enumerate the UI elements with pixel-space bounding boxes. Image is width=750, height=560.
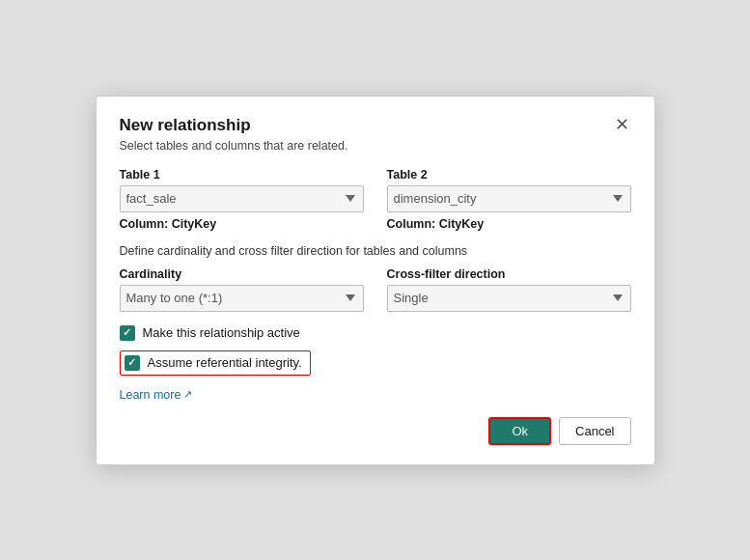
table2-col: Table 2 dimension_city Column: CityKey bbox=[387, 168, 631, 231]
ok-button[interactable]: Ok bbox=[488, 417, 551, 445]
table2-column-info: Column: CityKey bbox=[387, 217, 631, 231]
table1-column-info: Column: CityKey bbox=[120, 217, 364, 231]
table2-label: Table 2 bbox=[387, 168, 631, 182]
crossfilter-col: Cross-filter direction Single Both bbox=[387, 267, 631, 312]
table1-select[interactable]: fact_sale bbox=[120, 185, 364, 212]
crossfilter-select[interactable]: Single Both bbox=[387, 285, 631, 312]
referential-integrity-wrapper: ✓ Assume referential integrity. bbox=[120, 350, 631, 381]
external-link-icon: ↗︎ bbox=[183, 388, 192, 401]
cardinality-select[interactable]: Many to one (*:1) One to many (1:*) One … bbox=[120, 285, 364, 312]
learn-more-link[interactable]: Learn more ↗︎ bbox=[120, 388, 193, 402]
active-checkbox-label: Make this relationship active bbox=[143, 325, 300, 340]
table1-column-label: Column: bbox=[120, 217, 169, 231]
crossfilter-label: Cross-filter direction bbox=[387, 267, 631, 281]
footer-row: Ok Cancel bbox=[120, 417, 631, 445]
table2-column-label: Column: bbox=[387, 217, 436, 231]
close-button[interactable]: ✕ bbox=[613, 116, 631, 133]
referential-checkbox-label: Assume referential integrity. bbox=[148, 355, 302, 370]
dialog-title: New relationship bbox=[120, 116, 251, 135]
learn-more-text: Learn more bbox=[120, 388, 181, 402]
cardinality-label: Cardinality bbox=[120, 267, 364, 281]
table1-column-value: CityKey bbox=[172, 217, 217, 231]
dialog-subtitle: Select tables and columns that are relat… bbox=[120, 139, 631, 153]
active-checkbox-row: ✓ Make this relationship active bbox=[120, 325, 631, 341]
new-relationship-dialog: New relationship ✕ Select tables and col… bbox=[96, 96, 655, 465]
referential-integrity-row: ✓ Assume referential integrity. bbox=[120, 350, 311, 376]
table2-column-value: CityKey bbox=[439, 217, 485, 231]
learn-more-row: Learn more ↗︎ bbox=[120, 387, 631, 402]
active-checkmark: ✓ bbox=[123, 327, 131, 338]
cardinality-description: Define cardinality and cross filter dire… bbox=[120, 244, 631, 258]
cardinality-col: Cardinality Many to one (*:1) One to man… bbox=[120, 267, 364, 312]
tables-row: Table 1 fact_sale Column: CityKey Table … bbox=[120, 168, 631, 231]
cancel-button[interactable]: Cancel bbox=[559, 417, 630, 445]
referential-checkmark: ✓ bbox=[127, 357, 136, 368]
dialog-header: New relationship ✕ bbox=[120, 116, 631, 135]
table1-label: Table 1 bbox=[120, 168, 364, 182]
active-checkbox[interactable]: ✓ bbox=[120, 325, 135, 341]
table2-select[interactable]: dimension_city bbox=[387, 185, 631, 212]
table1-col: Table 1 fact_sale Column: CityKey bbox=[120, 168, 364, 231]
cardinality-crossfilter-row: Cardinality Many to one (*:1) One to man… bbox=[120, 267, 631, 312]
table1-select-wrap: fact_sale bbox=[120, 185, 364, 212]
crossfilter-select-wrap: Single Both bbox=[387, 285, 631, 312]
cardinality-select-wrap: Many to one (*:1) One to many (1:*) One … bbox=[120, 285, 364, 312]
table2-select-wrap: dimension_city bbox=[387, 185, 631, 212]
referential-checkbox[interactable]: ✓ bbox=[125, 355, 140, 371]
